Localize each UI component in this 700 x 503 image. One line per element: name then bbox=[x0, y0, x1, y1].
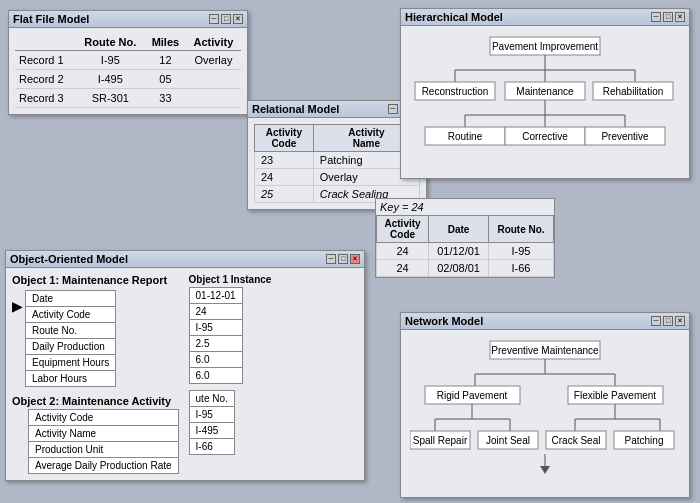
flat-file-table: Route No. Miles Activity Record 1 I-95 1… bbox=[15, 34, 241, 108]
table-row: I-66 bbox=[189, 439, 234, 455]
table-row: ute No. bbox=[189, 391, 234, 407]
close-btn[interactable]: ✕ bbox=[675, 316, 685, 326]
col-code: ActivityCode bbox=[255, 125, 314, 152]
network-content: Preventive Maintenance Rigid Pavement Fl… bbox=[401, 330, 689, 497]
field-name: Daily Production bbox=[26, 339, 116, 355]
col-label bbox=[15, 34, 76, 51]
instance-val: I-95 bbox=[189, 320, 242, 336]
col-miles: Miles bbox=[145, 34, 186, 51]
table-row: 2.5 bbox=[189, 336, 242, 352]
table-row: Activity Code bbox=[29, 410, 179, 426]
table-row: 01-12-01 bbox=[189, 288, 242, 304]
oo-object1-section: Object 1: Maintenance Report ▶ Date Acti… bbox=[12, 274, 179, 474]
col-route: Route No. bbox=[76, 34, 145, 51]
col-code: ActivityCode bbox=[377, 216, 429, 243]
key-label: Key = 24 bbox=[376, 199, 554, 215]
table-row: Record 2 I-495 05 bbox=[15, 70, 241, 89]
activity-code: 23 bbox=[255, 152, 314, 169]
oo-titlebar: Object-Oriented Model ─ □ ✕ bbox=[6, 251, 364, 268]
table-row: Route No. bbox=[26, 323, 116, 339]
flat-file-content: Route No. Miles Activity Record 1 I-95 1… bbox=[9, 28, 247, 114]
col-activity: Activity bbox=[186, 34, 241, 51]
minimize-btn[interactable]: ─ bbox=[651, 316, 661, 326]
hierarchical-titlebar: Hierarchical Model ─ □ ✕ bbox=[401, 9, 689, 26]
key-date: 02/08/01 bbox=[429, 260, 489, 277]
flat-file-title: Flat File Model bbox=[13, 13, 89, 25]
record-activity bbox=[186, 70, 241, 89]
oo-instance-section: Object 1 Instance 01-12-01 24 I-95 2.5 6… bbox=[189, 274, 272, 474]
record-miles: 33 bbox=[145, 89, 186, 108]
tree-label-preventive: Preventive bbox=[601, 131, 649, 142]
tree-label-flexible: Flexible Pavement bbox=[574, 390, 656, 401]
close-btn[interactable]: ✕ bbox=[675, 12, 685, 22]
minimize-btn[interactable]: ─ bbox=[326, 254, 336, 264]
network-window: Network Model ─ □ ✕ Preventive Maintenan… bbox=[400, 312, 690, 498]
field-name: Route No. bbox=[26, 323, 116, 339]
record-label: Record 1 bbox=[15, 51, 76, 70]
down-arrow-icon bbox=[540, 466, 550, 474]
tree-label-maintenance: Maintenance bbox=[516, 86, 574, 97]
key-route: I-66 bbox=[489, 260, 554, 277]
tree-label-rehabilitation: Rehabilitation bbox=[603, 86, 664, 97]
oo-object2-table: Activity Code Activity Name Production U… bbox=[28, 409, 179, 474]
table-row: 24 bbox=[189, 304, 242, 320]
tree-label-crack: Crack Seal bbox=[552, 435, 601, 446]
window-controls: ─ □ ✕ bbox=[209, 14, 243, 24]
maximize-btn[interactable]: □ bbox=[221, 14, 231, 24]
oo-arrow-icon: ▶ bbox=[12, 298, 23, 314]
key-route: I-95 bbox=[489, 243, 554, 260]
oo-extra-table: ute No. I-95 I-495 I-66 bbox=[189, 390, 235, 455]
network-titlebar: Network Model ─ □ ✕ bbox=[401, 313, 689, 330]
hierarchical-window: Hierarchical Model ─ □ ✕ Pavement Improv… bbox=[400, 8, 690, 179]
field-name: Activity Code bbox=[26, 307, 116, 323]
tree-label-joint: Joint Seal bbox=[486, 435, 530, 446]
record-miles: 12 bbox=[145, 51, 186, 70]
table-row: Production Unit bbox=[29, 442, 179, 458]
minimize-btn[interactable]: ─ bbox=[209, 14, 219, 24]
table-row: 24 01/12/01 I-95 bbox=[377, 243, 554, 260]
hierarchical-tree: Pavement Improvement Reconstruction Main… bbox=[410, 32, 680, 172]
oo-object2-label: Object 2: Maintenance Activity bbox=[12, 395, 179, 407]
tree-label-spall: Spall Repair bbox=[413, 435, 468, 446]
instance-val: 6.0 bbox=[189, 352, 242, 368]
table-row: 23 Patching bbox=[255, 152, 420, 169]
tree-label-root: Pavement Improvement bbox=[492, 41, 598, 52]
table-row: Labor Hours bbox=[26, 371, 116, 387]
tree-label-patching: Patching bbox=[625, 435, 664, 446]
hierarchical-content: Pavement Improvement Reconstruction Main… bbox=[401, 26, 689, 178]
oo-content: Object 1: Maintenance Report ▶ Date Acti… bbox=[6, 268, 364, 480]
flat-file-titlebar: Flat File Model ─ □ ✕ bbox=[9, 11, 247, 28]
col-date: Date bbox=[429, 216, 489, 243]
minimize-btn[interactable]: ─ bbox=[388, 104, 398, 114]
record-activity: Overlay bbox=[186, 51, 241, 70]
table-row: Record 3 SR-301 33 bbox=[15, 89, 241, 108]
oo-object1-row: ▶ Date Activity Code Route No. Daily Pro… bbox=[12, 290, 179, 387]
maximize-btn[interactable]: □ bbox=[338, 254, 348, 264]
table-row: 24 Overlay bbox=[255, 169, 420, 186]
record-miles: 05 bbox=[145, 70, 186, 89]
minimize-btn[interactable]: ─ bbox=[651, 12, 661, 22]
field-name: Average Daily Production Rate bbox=[29, 458, 179, 474]
record-route: SR-301 bbox=[76, 89, 145, 108]
key-code: 24 bbox=[377, 243, 429, 260]
field-name: Labor Hours bbox=[26, 371, 116, 387]
network-tree: Preventive Maintenance Rigid Pavement Fl… bbox=[410, 336, 680, 491]
hierarchical-title: Hierarchical Model bbox=[405, 11, 503, 23]
table-row: Average Daily Production Rate bbox=[29, 458, 179, 474]
maximize-btn[interactable]: □ bbox=[663, 316, 673, 326]
close-btn[interactable]: ✕ bbox=[350, 254, 360, 264]
record-route: I-95 bbox=[76, 51, 145, 70]
close-btn[interactable]: ✕ bbox=[233, 14, 243, 24]
maximize-btn[interactable]: □ bbox=[663, 12, 673, 22]
oo-instance-table: 01-12-01 24 I-95 2.5 6.0 6.0 bbox=[189, 287, 243, 384]
key-code: 24 bbox=[377, 260, 429, 277]
instance-val: 2.5 bbox=[189, 336, 242, 352]
table-row: 6.0 bbox=[189, 368, 242, 384]
field-name: Equipment Hours bbox=[26, 355, 116, 371]
relational-title: Relational Model bbox=[252, 103, 339, 115]
instance-val: 24 bbox=[189, 304, 242, 320]
tree-label-preventive: Preventive Maintenance bbox=[491, 345, 599, 356]
window-controls: ─ □ ✕ bbox=[651, 12, 685, 22]
record-activity bbox=[186, 89, 241, 108]
table-row: Activity Name bbox=[29, 426, 179, 442]
